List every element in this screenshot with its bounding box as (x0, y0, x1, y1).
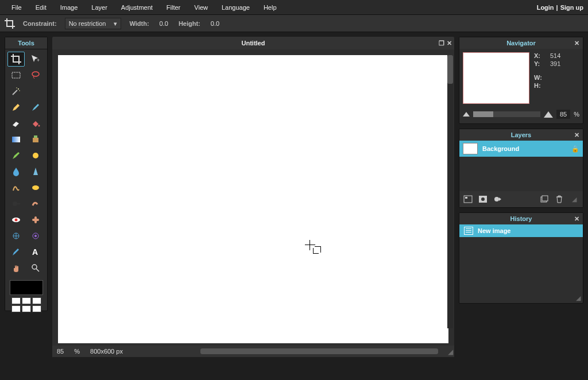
resize-grip-icon[interactable]: ◢ (569, 195, 579, 204)
foreground-color-swatch[interactable] (10, 280, 43, 295)
burn-tool[interactable] (27, 196, 44, 211)
menu-layer[interactable]: Layer (84, 1, 114, 14)
history-item[interactable]: New image (459, 224, 583, 237)
menu-file[interactable]: File (5, 1, 29, 14)
layer-settings-icon[interactable] (463, 195, 473, 204)
menu-language[interactable]: Language (215, 1, 257, 14)
svg-rect-8 (34, 135, 37, 138)
wand-tool[interactable] (7, 84, 25, 99)
canvas-area: Untitled ❐ ✕ 85 % 800x600 px ◢ (52, 37, 454, 375)
move-tool[interactable]: + (27, 52, 44, 67)
dodge-tool[interactable] (7, 196, 25, 211)
swatch[interactable] (11, 305, 21, 312)
constraint-label: Constraint: (23, 20, 57, 27)
navigator-panel: Navigator ✕ X:514 Y:391 W: H: 85 % (459, 37, 583, 124)
swatch[interactable] (22, 305, 31, 312)
layers-header[interactable]: Layers ✕ (459, 129, 583, 141)
signup-link[interactable]: Sign up (560, 4, 583, 11)
tool-grid: + A (5, 49, 47, 278)
pinch-tool[interactable] (27, 228, 44, 243)
y-label: Y: (534, 60, 544, 67)
menu-filter[interactable]: Filter (160, 1, 187, 14)
gradient-tool[interactable] (7, 132, 25, 147)
height-label: Height: (179, 20, 200, 27)
swatch[interactable] (32, 297, 41, 304)
svg-point-12 (13, 201, 17, 206)
clone-tool[interactable] (27, 132, 44, 147)
eraser-tool[interactable] (7, 116, 25, 131)
horizontal-scrollbar[interactable] (200, 348, 438, 354)
bucket-tool[interactable] (27, 116, 44, 131)
layer-styles-icon[interactable] (493, 195, 503, 204)
layer-thumbnail (463, 143, 478, 154)
redeye-tool[interactable] (7, 212, 25, 227)
canvas-title: Untitled (242, 40, 265, 46)
account-links: Login | Sign up (537, 4, 583, 11)
layer-mask-icon[interactable] (478, 195, 488, 204)
smudge-tool[interactable] (7, 180, 25, 195)
layer-item[interactable]: Background 🔒 (459, 141, 583, 157)
login-link[interactable]: Login (537, 4, 554, 11)
lasso-tool[interactable] (27, 68, 44, 83)
zoom-in-icon[interactable] (544, 111, 553, 118)
close-icon[interactable]: ✕ (574, 215, 579, 223)
svg-point-2 (32, 72, 39, 76)
hand-tool[interactable] (7, 261, 25, 276)
sharpen-tool[interactable] (27, 164, 44, 179)
swatch[interactable] (22, 297, 31, 304)
bloat-tool[interactable] (7, 228, 25, 243)
menu-help[interactable]: Help (257, 1, 284, 14)
swatch-row-2 (5, 305, 47, 312)
menu-view[interactable]: View (187, 1, 215, 14)
new-layer-icon[interactable] (539, 195, 550, 204)
svg-point-15 (15, 219, 18, 222)
canvas-titlebar[interactable]: Untitled ❐ ✕ (52, 37, 454, 49)
zoom-tool[interactable] (27, 261, 44, 276)
svg-point-26 (481, 197, 485, 201)
history-list: New image (459, 224, 583, 293)
swatch[interactable] (32, 305, 41, 312)
delete-layer-icon[interactable] (554, 195, 564, 204)
menu-image[interactable]: Image (53, 1, 85, 14)
close-icon[interactable]: ✕ (574, 40, 579, 47)
close-icon[interactable]: ✕ (447, 40, 452, 47)
colorpicker-tool[interactable] (7, 245, 25, 259)
navigator-info: X:514 Y:391 W: H: (534, 52, 560, 104)
constraint-select[interactable]: No restriction (65, 18, 122, 29)
svg-point-27 (494, 197, 499, 201)
menu-edit[interactable]: Edit (29, 1, 53, 14)
lock-icon[interactable]: 🔒 (571, 145, 579, 153)
maximize-icon[interactable]: ❐ (439, 40, 444, 47)
vertical-scrollbar[interactable] (447, 55, 453, 328)
height-value[interactable]: 0.0 (208, 20, 222, 27)
colorreplace-tool[interactable] (7, 148, 25, 163)
navigator-header[interactable]: Navigator ✕ (459, 37, 583, 49)
navigator-preview[interactable] (463, 52, 529, 104)
tools-title: Tools (5, 37, 47, 49)
resize-grip-icon[interactable]: ◢ (459, 293, 583, 303)
svg-point-22 (32, 265, 37, 269)
zoom-out-icon[interactable] (463, 112, 470, 117)
width-value[interactable]: 0.0 (157, 20, 171, 27)
brush-tool[interactable] (27, 100, 44, 115)
history-header[interactable]: History ✕ (459, 213, 583, 224)
spotheal-tool[interactable] (27, 212, 44, 227)
navigator-zoom-value[interactable]: 85 (556, 110, 570, 119)
drawing-tool[interactable] (27, 148, 44, 163)
pencil-tool[interactable] (7, 100, 25, 115)
blur-tool[interactable] (7, 164, 25, 179)
layers-panel: Layers ✕ Background 🔒 (459, 129, 583, 208)
zoom-slider[interactable] (473, 111, 540, 117)
menu-adjustment[interactable]: Adjustment (114, 1, 160, 14)
marquee-tool[interactable] (7, 68, 25, 83)
canvas-statusbar: 85 % 800x600 px ◢ (52, 346, 454, 357)
swatch[interactable] (11, 297, 21, 304)
resize-grip-icon[interactable]: ◢ (448, 348, 453, 356)
canvas[interactable] (58, 55, 448, 343)
sponge-tool[interactable] (27, 180, 44, 195)
crop-tool[interactable] (7, 52, 25, 67)
type-tool[interactable]: A (27, 245, 44, 259)
close-icon[interactable]: ✕ (574, 131, 579, 139)
x-value: 514 (550, 52, 560, 59)
svg-point-3 (18, 88, 19, 90)
